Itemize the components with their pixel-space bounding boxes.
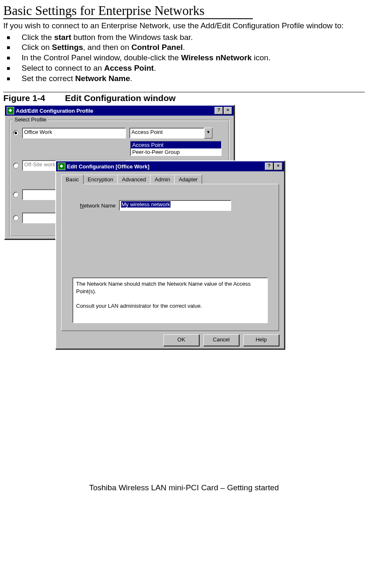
profile-name-1[interactable]: Office Work (22, 128, 126, 138)
edit-configuration-dialog: ◆ Edit Configuration [Office Work] ? × B… (55, 161, 285, 349)
tab-advanced[interactable]: Advanced (117, 175, 151, 184)
dialog-buttons: OK Cancel Help (56, 334, 279, 346)
network-name-input[interactable]: My wireless network (119, 200, 231, 211)
combo-value: Access Point (129, 128, 204, 138)
intro-text: If you wish to connect to an Enterprise … (3, 21, 365, 31)
page-footer: Toshiba Wireless LAN mini-PCI Card – Get… (3, 483, 365, 492)
page-title: Basic Settings for Enterprise Networks (3, 3, 253, 19)
figure-rule (3, 92, 365, 92)
list-item: Set the correct Network Name. (3, 74, 365, 84)
tab-basic[interactable]: Basic (61, 175, 84, 184)
steps-list: Click the start button from the Windows … (3, 32, 365, 84)
network-name-row: Network Name My wireless network (80, 200, 272, 211)
network-name-value: My wireless network (121, 201, 170, 208)
group-label: Select Profile (13, 116, 48, 123)
tab-admin[interactable]: Admin (150, 175, 175, 184)
cancel-button[interactable]: Cancel (203, 334, 239, 346)
window-title: Edit Configuration [Office Work] (67, 163, 149, 170)
profile-radio-4[interactable] (13, 215, 19, 221)
profile-radio-3[interactable] (13, 192, 19, 198)
titlebar[interactable]: ◆ Add/Edit Configuration Profile ? × (5, 106, 234, 116)
app-icon: ◆ (7, 107, 14, 114)
ok-button[interactable]: OK (163, 334, 199, 346)
list-item: Click the start button from the Windows … (3, 32, 365, 43)
profile-radio-1[interactable] (13, 130, 19, 136)
tab-strip: Basic Encryption Advanced Admin Adapter (61, 175, 282, 184)
list-item: In the Control Panel window, double-clic… (3, 53, 365, 63)
close-button[interactable]: × (274, 163, 282, 170)
help-button[interactable]: Help (243, 334, 279, 346)
tab-encryption[interactable]: Encryption (83, 175, 118, 184)
chevron-down-icon[interactable]: ▼ (204, 128, 212, 138)
profile-row: Office Work Access Point ▼ (13, 128, 226, 138)
list-item: Click on Settings, and then on Control P… (3, 42, 365, 53)
window-title: Add/Edit Configuration Profile (16, 108, 93, 114)
profile-name-3[interactable] (22, 189, 59, 200)
network-name-label: Network Name (80, 203, 116, 209)
app-icon: ◆ (58, 163, 65, 170)
list-item[interactable]: Peer-to-Peer Group (131, 148, 221, 156)
info-text: The Network Name should match the Networ… (72, 277, 268, 323)
close-button[interactable]: × (224, 107, 232, 114)
titlebar[interactable]: ◆ Edit Configuration [Office Work] ? × (56, 161, 284, 171)
list-item: Select to connect to an Access Point. (3, 63, 365, 74)
tab-adapter[interactable]: Adapter (174, 175, 203, 184)
profile-radio-2[interactable] (13, 163, 19, 168)
list-item[interactable]: Access Point (131, 141, 221, 148)
help-button[interactable]: ? (215, 107, 223, 114)
tab-panel-basic: Network Name My wireless network The Net… (61, 184, 279, 331)
screenshot-area: ◆ Add/Edit Configuration Profile ? × Sel… (3, 105, 365, 350)
help-button[interactable]: ? (265, 163, 273, 170)
network-type-list[interactable]: Access Point Peer-to-Peer Group (130, 141, 222, 156)
network-type-combo[interactable]: Access Point ▼ (129, 128, 212, 138)
profile-name-4[interactable] (22, 212, 59, 223)
figure-caption: Figure 1-4Edit Configuration window (3, 93, 365, 103)
